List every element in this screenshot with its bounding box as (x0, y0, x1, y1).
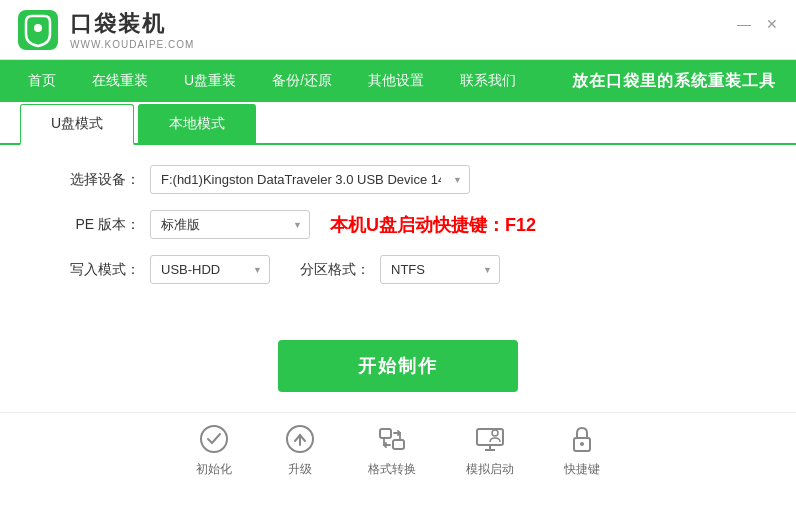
nav-item-contact[interactable]: 联系我们 (442, 60, 534, 102)
nav-tagline: 放在口袋里的系统重装工具 (572, 71, 776, 92)
logo-text: 口袋装机 WWW.KOUDAIPE.COM (70, 9, 194, 50)
tab-row: U盘模式 本地模式 (0, 102, 796, 145)
write-select-wrapper: USB-HDD USB-ZIP (150, 255, 270, 284)
logo-area: 口袋装机 WWW.KOUDAIPE.COM (16, 8, 194, 52)
toolbar-label-convert: 格式转换 (368, 461, 416, 478)
toolbar-label-upgrade: 升级 (288, 461, 312, 478)
toolbar-item-upgrade[interactable]: 升级 (282, 421, 318, 478)
svg-point-12 (580, 442, 584, 446)
pe-label: PE 版本： (60, 216, 140, 234)
nav-bar: 首页 在线重装 U盘重装 备份/还原 其他设置 联系我们 放在口袋里的系统重装工… (0, 60, 796, 102)
write-row: 写入模式： USB-HDD USB-ZIP 分区格式： NTFS FAT32 (60, 255, 736, 284)
start-button[interactable]: 开始制作 (278, 340, 518, 392)
person-screen-icon (472, 421, 508, 457)
pe-select-wrapper: 标准版 高级版 (150, 210, 310, 239)
toolbar-item-simulate[interactable]: 模拟启动 (466, 421, 514, 478)
pe-select[interactable]: 标准版 高级版 (150, 210, 310, 239)
window-controls: — ✕ (736, 16, 780, 32)
device-select[interactable]: F:(hd1)Kingston DataTraveler 3.0 USB Dev… (150, 165, 470, 194)
minimize-button[interactable]: — (736, 16, 752, 32)
nav-item-backup[interactable]: 备份/还原 (254, 60, 350, 102)
title-bar: 口袋装机 WWW.KOUDAIPE.COM — ✕ (0, 0, 796, 60)
app-name: 口袋装机 (70, 9, 194, 39)
nav-item-home[interactable]: 首页 (10, 60, 74, 102)
check-circle-icon (196, 421, 232, 457)
nav-item-online[interactable]: 在线重装 (74, 60, 166, 102)
write-select[interactable]: USB-HDD USB-ZIP (150, 255, 270, 284)
pe-hint-key: F12 (505, 215, 536, 235)
toolbar-label-shortcut: 快捷键 (564, 461, 600, 478)
svg-rect-6 (393, 440, 404, 449)
toolbar-item-shortcut[interactable]: 快捷键 (564, 421, 600, 478)
app-subtitle: WWW.KOUDAIPE.COM (70, 39, 194, 50)
partition-select-wrapper: NTFS FAT32 (380, 255, 500, 284)
svg-rect-7 (477, 429, 503, 445)
partition-label: 分区格式： (290, 261, 370, 279)
toolbar-item-init[interactable]: 初始化 (196, 421, 232, 478)
write-label: 写入模式： (60, 261, 140, 279)
toolbar-item-convert[interactable]: 格式转换 (368, 421, 416, 478)
convert-icon (374, 421, 410, 457)
nav-item-usb[interactable]: U盘重装 (166, 60, 254, 102)
close-button[interactable]: ✕ (764, 16, 780, 32)
toolbar-label-simulate: 模拟启动 (466, 461, 514, 478)
pe-hint: 本机U盘启动快捷键：F12 (330, 213, 536, 237)
main-content: U盘模式 本地模式 选择设备： F:(hd1)Kingston DataTrav… (0, 102, 796, 507)
bottom-toolbar: 初始化 升级 (0, 412, 796, 488)
pe-row: PE 版本： 标准版 高级版 本机U盘启动快捷键：F12 (60, 210, 736, 239)
tab-usb-mode[interactable]: U盘模式 (20, 104, 134, 145)
device-label: 选择设备： (60, 171, 140, 189)
nav-item-settings[interactable]: 其他设置 (350, 60, 442, 102)
form-area: 选择设备： F:(hd1)Kingston DataTraveler 3.0 U… (0, 145, 796, 320)
svg-point-2 (201, 426, 227, 452)
device-row: 选择设备： F:(hd1)Kingston DataTraveler 3.0 U… (60, 165, 736, 194)
svg-point-10 (492, 430, 498, 436)
svg-rect-5 (380, 429, 391, 438)
lock-icon (564, 421, 600, 457)
svg-point-1 (34, 24, 42, 32)
partition-select[interactable]: NTFS FAT32 (380, 255, 500, 284)
tab-local-mode[interactable]: 本地模式 (138, 104, 256, 145)
pe-hint-text: 本机U盘启动快捷键： (330, 215, 505, 235)
device-select-wrapper: F:(hd1)Kingston DataTraveler 3.0 USB Dev… (150, 165, 470, 194)
logo-icon (16, 8, 60, 52)
toolbar-label-init: 初始化 (196, 461, 232, 478)
upload-circle-icon (282, 421, 318, 457)
